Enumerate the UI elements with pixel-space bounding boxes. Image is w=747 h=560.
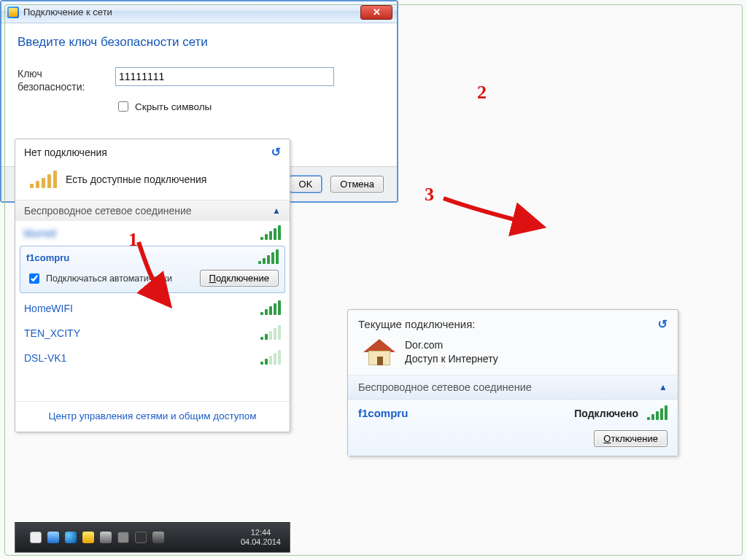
battery-icon[interactable] [117,532,129,543]
network-item[interactable]: TEN_XCITY [15,321,290,346]
signal-bars-icon [260,227,281,240]
globe-icon[interactable] [65,532,77,543]
system-tray [30,532,164,543]
wireless-section-header[interactable]: Беспроводное сетевое соединение ▲ [15,200,290,221]
dialog-heading: Введите ключ безопасности сети [18,35,381,50]
disconnect-button[interactable]: Отключение [594,430,667,447]
signal-bars-icon [647,407,667,420]
network-center-link-row: Центр управления сетями и общим доступом [15,401,290,432]
current-wireless-label: Беспроводное сетевое соединение [358,381,532,393]
signal-bars-icon [260,302,281,315]
signal-bars-icon [260,327,281,340]
network-item[interactable]: DSL-VK1 [15,346,290,370]
network-item[interactable]: HomeWIFI [15,296,290,321]
taskbar-date: 04.04.2014 [241,537,281,547]
dialog-titlebar[interactable]: Подключение к сети ✕ [1,1,397,23]
power-icon[interactable] [100,532,112,543]
annotation-2: 2 [477,82,487,104]
refresh-icon[interactable]: ↻ [658,317,667,331]
taskbar: 12:44 04.04.2014 [15,522,290,553]
auto-connect-label: Подключаться автоматически [46,273,172,284]
network-center-link[interactable]: Центр управления сетями и общим доступом [48,411,256,421]
hide-chars-row[interactable]: Скрыть символы [115,99,381,114]
available-connections-row: Есть доступные подключения [15,165,290,200]
connected-network-name: f1compru [358,407,408,419]
taskbar-clock[interactable]: 12:44 04.04.2014 [241,528,281,547]
flyout-header: Нет подключения ↻ [15,139,290,165]
connected-network-status: Подключено [574,408,638,419]
current-connections-flyout: Текущие подключения: ↻ Dor.com Доступ к … [347,309,678,456]
dialog-title: Подключение к сети [23,7,112,18]
signal-bars-icon [260,351,281,365]
tray-expand-icon[interactable] [30,532,42,543]
auto-connect-checkbox[interactable] [29,273,39,284]
star-icon[interactable] [82,532,94,543]
network-name: TEN_XCITY [24,327,80,339]
action-center-icon[interactable] [47,532,59,543]
chevron-up-icon: ▲ [272,206,281,216]
current-network-status: Доступ к Интернету [405,352,498,366]
volume-icon[interactable] [152,532,164,543]
ok-button[interactable]: OK [290,176,322,192]
security-key-input[interactable] [115,67,334,86]
cancel-button[interactable]: Отмена [330,176,384,192]
hide-chars-checkbox[interactable] [118,101,128,112]
network-name: HomeWIFI [24,303,73,314]
current-wireless-section[interactable]: Беспроводное сетевое соединение ▲ [348,375,678,399]
annotation-1: 1 [128,229,138,251]
network-name: DSL-VK1 [24,352,66,364]
annotation-arrow-3 [430,184,554,242]
auto-connect-checkbox-row[interactable]: Подключаться автоматически [26,271,172,286]
hide-chars-label: Скрыть символы [135,101,212,112]
network-item-selected[interactable]: f1compru Подключаться автоматически Подк… [20,246,285,293]
selected-network-name: f1compru [26,252,69,263]
connect-button[interactable]: Подключение [200,270,279,287]
current-header: Текущие подключения: [358,318,476,330]
close-button[interactable]: ✕ [360,5,392,20]
network-item-blurred[interactable]: blurred [15,221,290,246]
network-list-flyout: Нет подключения ↻ Есть доступные подключ… [15,139,290,432]
home-network-icon [364,339,395,365]
close-icon: ✕ [373,7,381,18]
connected-network-item[interactable]: f1compru Подключено Отключение [348,399,678,456]
chevron-up-icon: ▲ [659,382,667,392]
network-tray-icon[interactable] [135,532,147,543]
network-name-hidden: blurred [24,228,56,239]
taskbar-time: 12:44 [241,528,281,537]
wireless-section-label: Беспроводное сетевое соединение [24,205,192,217]
available-connections-label: Есть доступные подключения [66,174,206,185]
key-field-row: Ключ безопасности: [18,67,381,93]
current-network-name: Dor.com [405,338,498,352]
current-network-row: Dor.com Доступ к Интернету [348,335,678,375]
current-header-row: Текущие подключения: ↻ [348,310,678,335]
signal-bars-icon [258,251,279,264]
annotation-3: 3 [425,184,434,206]
key-label: Ключ безопасности: [18,67,105,93]
header-no-connection: Нет подключения [24,147,107,158]
refresh-icon[interactable]: ↻ [271,145,281,159]
shield-icon [7,7,19,18]
signal-icon [28,169,58,190]
